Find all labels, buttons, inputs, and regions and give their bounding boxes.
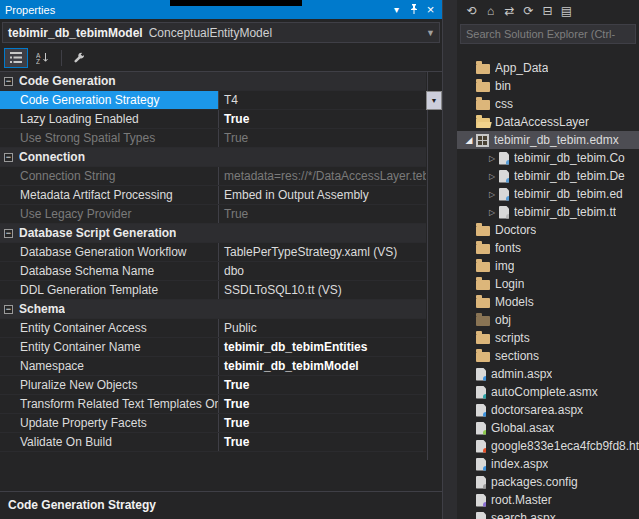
tree-item-label: tebimir_db_tebim.De: [514, 169, 625, 183]
property-value[interactable]: True: [219, 205, 426, 223]
property-row-metadata-artifact-processing[interactable]: Metadata Artifact ProcessingEmbed in Out…: [0, 186, 426, 205]
tree-item-doctors[interactable]: Doctors: [457, 221, 639, 239]
tree-item-tebimir-db-tebim-co[interactable]: ▷tebimir_db_tebim.Co: [457, 149, 639, 167]
tree-item-login[interactable]: Login: [457, 275, 639, 293]
tree-item-tebimir-db-tebim-ed[interactable]: ▷tebimir_db_tebim.ed: [457, 185, 639, 203]
tree-item-tebimir-db-tebim-edmx[interactable]: ◢tebimir_db_tebim.edmx: [457, 131, 639, 149]
property-value[interactable]: True: [219, 110, 426, 128]
property-row-update-property-facets[interactable]: Update Property FacetsTrue: [0, 414, 426, 433]
property-row-ddl-generation-template[interactable]: DDL Generation TemplateSSDLToSQL10.tt (V…: [0, 281, 426, 300]
tree-item-bin[interactable]: bin: [457, 77, 639, 95]
pin-icon[interactable]: [405, 0, 422, 19]
property-grid-scrollbar[interactable]: [427, 72, 442, 460]
category-label: Connection: [19, 150, 85, 164]
property-row-pluralize-new-objects[interactable]: Pluralize New ObjectsTrue: [0, 376, 426, 395]
property-name: Transform Related Text Templates On: [0, 395, 219, 413]
category-row-database-script-generation[interactable]: −Database Script Generation: [0, 224, 426, 243]
tree-expand-icon[interactable]: ▷: [485, 190, 499, 199]
property-pages-button[interactable]: [67, 48, 91, 68]
tree-item-packages-config[interactable]: packages.config: [457, 473, 639, 491]
property-row-transform-related-text-templates-on[interactable]: Transform Related Text Templates OnTrue: [0, 395, 426, 414]
property-value[interactable]: True: [219, 433, 426, 451]
property-value[interactable]: dbo: [219, 262, 426, 280]
property-value[interactable]: True: [219, 395, 426, 413]
property-row-entity-container-name[interactable]: Entity Container Nametebimir_db_tebimEnt…: [0, 338, 426, 357]
categorized-view-button[interactable]: [4, 48, 28, 68]
tree-item-doctorsarea-aspx[interactable]: doctorsarea.aspx: [457, 401, 639, 419]
tree-item-app-data[interactable]: App_Data: [457, 59, 639, 77]
tree-item-index-aspx[interactable]: index.aspx: [457, 455, 639, 473]
tree-expand-icon[interactable]: ▷: [485, 172, 499, 181]
tree-item-tebimir-db-tebim-tt[interactable]: ▷tebimir_db_tebim.tt: [457, 203, 639, 221]
tree-item-global-asax[interactable]: Global.asax: [457, 419, 639, 437]
property-row-use-legacy-provider[interactable]: Use Legacy ProviderTrue: [0, 205, 426, 224]
window-position-icon[interactable]: ▾: [388, 0, 405, 19]
master-icon: [476, 494, 486, 507]
property-value[interactable]: tebimir_db_tebimModel: [219, 357, 426, 375]
search-input[interactable]: [461, 25, 635, 43]
tree-expand-icon[interactable]: ▷: [485, 208, 499, 217]
property-row-database-generation-workflow[interactable]: Database Generation WorkflowTablePerType…: [0, 243, 426, 262]
tree-item-admin-aspx[interactable]: admin.aspx: [457, 365, 639, 383]
property-value[interactable]: metadata=res://*/DataAccessLayer.tebim: [219, 167, 426, 185]
tree-item-sections[interactable]: sections: [457, 347, 639, 365]
property-value[interactable]: T4: [219, 91, 426, 109]
webform-icon: [476, 512, 486, 519]
property-row-connection-string[interactable]: Connection Stringmetadata=res://*/DataAc…: [0, 167, 426, 186]
folder-icon: [476, 100, 490, 110]
folder-icon: [476, 64, 490, 74]
tree-item-google833e1eca4fcb9fd8-ht[interactable]: google833e1eca4fcb9fd8.ht: [457, 437, 639, 455]
collapse-icon[interactable]: −: [4, 229, 13, 238]
property-value[interactable]: True: [219, 414, 426, 432]
back-icon[interactable]: ⟲: [462, 4, 481, 18]
value-dropdown-button[interactable]: ▼: [426, 91, 442, 110]
collapse-icon[interactable]: −: [4, 305, 13, 314]
tree-expand-icon[interactable]: ◢: [462, 135, 476, 145]
show-all-files-icon[interactable]: ▤: [557, 4, 576, 18]
tree-item-models[interactable]: Models: [457, 293, 639, 311]
switch-views-icon[interactable]: ⇄: [500, 4, 519, 18]
category-row-code-generation[interactable]: −Code Generation: [0, 72, 426, 91]
property-row-lazy-loading-enabled[interactable]: Lazy Loading EnabledTrue: [0, 110, 426, 129]
property-row-use-strong-spatial-types[interactable]: Use Strong Spatial TypesTrue: [0, 129, 426, 148]
tree-item-root-master[interactable]: root.Master: [457, 491, 639, 509]
tree-item-obj[interactable]: obj: [457, 311, 639, 329]
tree-item-img[interactable]: img: [457, 257, 639, 275]
property-value[interactable]: Public: [219, 319, 426, 337]
close-icon[interactable]: ×: [422, 0, 439, 19]
category-row-connection[interactable]: −Connection: [0, 148, 426, 167]
tree-item-dataaccesslayer[interactable]: DataAccessLayer: [457, 113, 639, 131]
sync-with-active-document-icon[interactable]: ⟳: [519, 4, 538, 18]
property-row-database-schema-name[interactable]: Database Schema Namedbo: [0, 262, 426, 281]
home-icon[interactable]: ⌂: [481, 4, 500, 18]
object-selector-combo[interactable]: tebimir_db_tebimModel ConceptualEntityMo…: [2, 22, 440, 43]
svg-text:Z: Z: [36, 58, 40, 64]
tree-expand-icon[interactable]: ▷: [485, 154, 499, 163]
collapse-all-icon[interactable]: ⊟: [538, 4, 557, 18]
property-value[interactable]: tebimir_db_tebimEntities: [219, 338, 426, 356]
collapse-icon[interactable]: −: [4, 153, 13, 162]
tree-item-search-aspx[interactable]: search.aspx: [457, 509, 639, 519]
property-row-code-generation-strategy[interactable]: Code Generation StrategyT4▼: [0, 91, 426, 110]
property-value[interactable]: Embed in Output Assembly: [219, 186, 426, 204]
folder-icon: [476, 298, 490, 308]
tree-item-scripts[interactable]: scripts: [457, 329, 639, 347]
category-row-schema[interactable]: −Schema: [0, 300, 426, 319]
tree-item-tebimir-db-tebim-de[interactable]: ▷tebimir_db_tebim.De: [457, 167, 639, 185]
collapse-icon[interactable]: −: [4, 77, 13, 86]
tree-item-autocomplete-asmx[interactable]: autoComplete.asmx: [457, 383, 639, 401]
alphabetical-view-button[interactable]: AZ: [30, 48, 54, 68]
property-value[interactable]: TablePerTypeStrategy.xaml (VS): [219, 243, 426, 261]
property-value[interactable]: True: [219, 129, 426, 147]
folder-icon: [476, 334, 490, 344]
property-name: Use Legacy Provider: [0, 205, 219, 223]
property-row-validate-on-build[interactable]: Validate On BuildTrue: [0, 433, 426, 452]
tree-item-label: Login: [495, 277, 524, 291]
tree-item-fonts[interactable]: fonts: [457, 239, 639, 257]
property-row-entity-container-access[interactable]: Entity Container AccessPublic: [0, 319, 426, 338]
property-value[interactable]: SSDLToSQL10.tt (VS): [219, 281, 426, 299]
tree-item-label: root.Master: [491, 493, 552, 507]
property-value[interactable]: True: [219, 376, 426, 394]
tree-item-css[interactable]: css: [457, 95, 639, 113]
property-row-namespace[interactable]: Namespacetebimir_db_tebimModel: [0, 357, 426, 376]
